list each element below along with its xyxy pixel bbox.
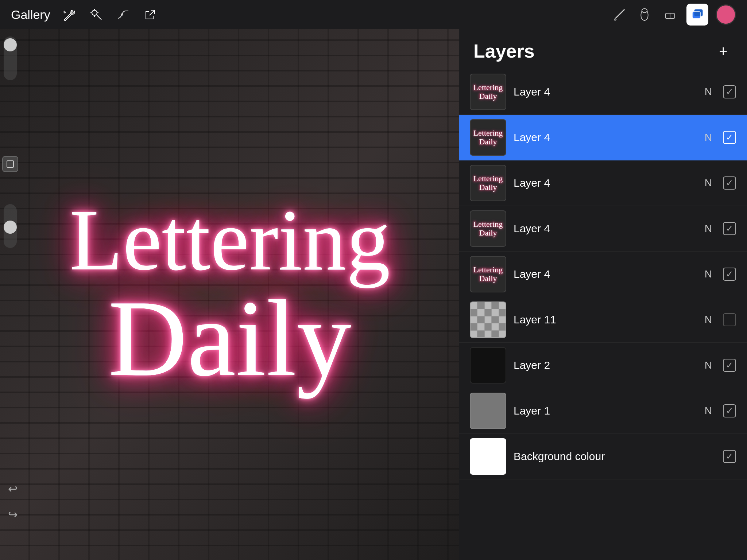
selection-tool[interactable]	[2, 156, 18, 172]
layer-blend-mode: N	[705, 86, 712, 98]
layer-item[interactable]: LetteringDailyLayer 4N	[459, 69, 747, 115]
wrench-icon[interactable]	[61, 7, 77, 23]
layer-blend-mode: N	[705, 359, 712, 371]
layer-thumbnail: LetteringDaily	[470, 119, 506, 156]
color-swatch[interactable]	[716, 4, 736, 25]
layer-item[interactable]: LetteringDailyLayer 4N	[459, 252, 747, 297]
left-tools	[0, 36, 20, 248]
layer-item[interactable]: Layer 1N	[459, 388, 747, 434]
layer-thumbnail: LetteringDaily	[470, 74, 506, 110]
layer-item[interactable]: LetteringDailyLayer 4N	[459, 160, 747, 206]
layer-blend-mode: N	[705, 223, 712, 234]
undo-button[interactable]: ↩	[4, 480, 22, 498]
eraser-tool[interactable]	[661, 5, 679, 24]
toolbar-left: Gallery	[11, 7, 610, 23]
layer-thumbnail: LetteringDaily	[470, 210, 506, 247]
neon-line2: Daily	[69, 284, 390, 393]
layer-name: Layer 11	[514, 314, 697, 326]
brush-tool[interactable]	[610, 5, 628, 24]
layer-thumbnail	[470, 302, 506, 338]
layer-item[interactable]: LetteringDailyLayer 4N	[459, 206, 747, 252]
layer-visibility-checkbox[interactable]	[723, 176, 736, 190]
layer-visibility-checkbox[interactable]	[723, 85, 736, 98]
layer-thumbnail: LetteringDaily	[470, 165, 506, 201]
undo-redo-controls: ↩ ↪	[4, 480, 22, 524]
layer-name: Layer 4	[514, 268, 697, 280]
size-slider[interactable]	[4, 204, 17, 248]
layer-name: Layer 1	[514, 405, 697, 417]
layer-visibility-checkbox[interactable]	[723, 268, 736, 281]
layer-item[interactable]: LetteringDailyLayer 4N	[459, 115, 747, 160]
layer-name: Layer 2	[514, 359, 697, 372]
layers-list: LetteringDailyLayer 4NLetteringDailyLaye…	[459, 69, 747, 560]
magic-wand-icon[interactable]	[88, 7, 104, 23]
svg-rect-11	[694, 9, 703, 16]
opacity-slider[interactable]	[4, 36, 17, 80]
layer-visibility-checkbox[interactable]	[723, 359, 736, 372]
svg-point-1	[92, 10, 97, 15]
layers-title: Layers	[473, 40, 535, 62]
layer-name: Layer 4	[514, 222, 697, 235]
opacity-thumb	[4, 38, 17, 51]
layer-name: Layer 4	[514, 131, 697, 144]
layer-item[interactable]: Background colour	[459, 434, 747, 479]
layer-blend-mode: N	[705, 268, 712, 280]
neon-artwork: Lettering Daily	[69, 196, 390, 393]
smudge-tool[interactable]	[635, 5, 654, 24]
canvas-area: Lettering Daily	[0, 29, 460, 560]
redo-button[interactable]: ↪	[4, 505, 22, 524]
layer-thumbnail: LetteringDaily	[470, 256, 506, 292]
layer-blend-mode: N	[705, 405, 712, 417]
layer-visibility-checkbox[interactable]	[723, 404, 736, 417]
layer-name: Layer 4	[514, 86, 697, 98]
add-layer-button[interactable]: +	[714, 42, 732, 60]
neon-line1: Lettering	[69, 196, 390, 284]
layer-visibility-checkbox[interactable]	[723, 313, 736, 326]
layer-name: Background colour	[514, 450, 716, 463]
svg-rect-13	[7, 161, 13, 167]
layers-panel: Layers + LetteringDailyLayer 4NLettering…	[459, 29, 747, 560]
toolbar-right	[610, 4, 736, 26]
toolbar: Gallery	[0, 0, 747, 29]
svg-point-7	[642, 9, 647, 13]
layers-button[interactable]	[686, 4, 708, 26]
layer-thumbnail	[470, 438, 506, 475]
layer-blend-mode: N	[705, 177, 712, 189]
layer-item[interactable]: Layer 2N	[459, 343, 747, 388]
layer-thumbnail	[470, 393, 506, 429]
svg-line-0	[97, 15, 101, 20]
layer-visibility-checkbox[interactable]	[723, 131, 736, 144]
layer-visibility-checkbox[interactable]	[723, 450, 736, 463]
layer-blend-mode: N	[705, 132, 712, 143]
layer-blend-mode: N	[705, 314, 712, 326]
layer-name: Layer 4	[514, 177, 697, 189]
layer-visibility-checkbox[interactable]	[723, 222, 736, 235]
svg-point-6	[121, 13, 123, 16]
gallery-button[interactable]: Gallery	[11, 8, 50, 22]
layer-item[interactable]: Layer 11N	[459, 297, 747, 343]
share-icon[interactable]	[142, 7, 158, 23]
adjustments-icon[interactable]	[115, 7, 131, 23]
layer-thumbnail	[470, 347, 506, 384]
size-thumb	[4, 221, 17, 234]
layers-header: Layers +	[459, 29, 747, 69]
